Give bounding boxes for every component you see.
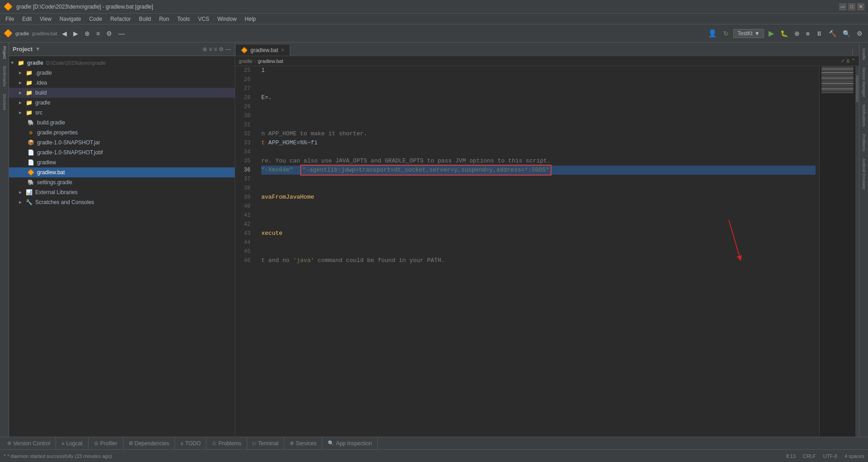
tab-todo[interactable]: ≡ TODO: [175, 437, 207, 450]
idea-label: .idea: [35, 80, 47, 86]
search-everywhere-button[interactable]: ⊕: [83, 29, 92, 38]
list-item[interactable]: 📄 gradle-1.0-SNAPSHOT.jobf: [9, 148, 235, 157]
tree-root[interactable]: ▼ 📁 gradle D:\Code\2023\demo\gradle: [9, 58, 235, 68]
problems-label: Problems: [218, 440, 241, 447]
tab-gradlew-bat[interactable]: 🔶 gradlew.bat ✕: [235, 44, 290, 56]
run-button[interactable]: ▶: [767, 28, 776, 38]
menu-window[interactable]: Window: [214, 15, 241, 23]
encoding[interactable]: UTF-8: [823, 453, 837, 459]
project-panel-icon[interactable]: Project: [2, 44, 7, 61]
gradle-panel-label[interactable]: Gradle: [861, 44, 867, 64]
root-path: D:\Code\2023\demo\gradle: [46, 60, 106, 66]
tab-services[interactable]: ⊕ Services: [284, 437, 322, 450]
run-config-selector[interactable]: TestKt ▼: [733, 29, 764, 38]
build-project-button[interactable]: 🔨: [827, 29, 838, 38]
bookmarks-icon[interactable]: Bookmarks: [2, 64, 7, 88]
list-item[interactable]: 🔶 gradlew.bat: [9, 167, 235, 177]
menu-edit[interactable]: Edit: [19, 15, 35, 23]
structure-icon[interactable]: Structure: [2, 92, 7, 112]
minimize-button[interactable]: —: [839, 3, 846, 10]
list-item[interactable]: ▶ 🔧 Scratches and Consoles: [9, 197, 235, 207]
pause-button[interactable]: ⏸: [814, 29, 824, 38]
line-ending[interactable]: CRLF: [803, 453, 816, 459]
device-manager-label[interactable]: Device Manager: [861, 64, 867, 101]
version-control-icon: ⊕: [7, 440, 11, 446]
close-button[interactable]: ✕: [857, 3, 864, 10]
minimap-line: [821, 92, 854, 93]
list-item[interactable]: ▶ 📁 gradle: [9, 98, 235, 108]
menu-file[interactable]: File: [2, 15, 18, 23]
code-line-46: t and no 'java' command could be found i…: [261, 256, 816, 265]
tab-profiler[interactable]: ◎ Profiler: [89, 437, 123, 450]
menu-run[interactable]: Run: [156, 15, 173, 23]
list-item[interactable]: ▶ 📁 build: [9, 88, 235, 98]
editor-content[interactable]: 25 26 27 28 29 30 31 32 33 34 35 36 37 3…: [235, 66, 859, 437]
menu-view[interactable]: View: [36, 15, 55, 23]
avatar-button[interactable]: 👤: [706, 28, 719, 38]
editor-scrollbar[interactable]: [855, 66, 859, 437]
hide-panel-button[interactable]: —: [226, 46, 231, 52]
root-label: gradle: [27, 60, 43, 66]
list-item[interactable]: ⚙ gradle.properties: [9, 128, 235, 138]
settings-button[interactable]: ⚙: [855, 29, 864, 38]
tab-app-inspection[interactable]: 🔍 App Inspection: [322, 437, 377, 450]
menu-vcs[interactable]: VCS: [194, 15, 213, 23]
hide-button[interactable]: —: [117, 29, 127, 38]
android-emulator-label[interactable]: Android Emulator: [861, 155, 867, 194]
list-item[interactable]: 🐘 settings.gradle: [9, 177, 235, 187]
expand-all-button[interactable]: ≡: [214, 46, 217, 52]
forward-button[interactable]: ▶: [71, 29, 80, 38]
cursor-position[interactable]: 8:13: [786, 453, 796, 459]
minimap-line: [821, 74, 854, 75]
collapse-all-button[interactable]: ≡: [209, 46, 212, 52]
indent-info[interactable]: 4 spaces: [844, 453, 864, 459]
menu-refactor[interactable]: Refactor: [107, 15, 134, 23]
list-item[interactable]: 📦 gradle-1.0-SNAPSHOT.jar: [9, 138, 235, 148]
minimap-line: [821, 88, 854, 90]
minimap: [819, 66, 855, 437]
tab-close-button[interactable]: ✕: [281, 48, 284, 52]
tab-terminal[interactable]: ▷ Terminal: [247, 437, 284, 450]
collapse-button[interactable]: ≡: [94, 29, 102, 38]
list-item[interactable]: ▶ 📁 src: [9, 108, 235, 118]
problems-right-label[interactable]: Problems: [861, 130, 867, 155]
tab-logcat[interactable]: ≡ Logcat: [56, 437, 88, 450]
folds-expand[interactable]: ⌃: [851, 58, 855, 64]
line-num-31: 31: [235, 120, 254, 129]
menu-code[interactable]: Code: [85, 15, 106, 23]
code-line-32: n APP_HOME to make it shorter.: [261, 129, 816, 138]
list-item[interactable]: 🐘 build.gradle: [9, 118, 235, 128]
panel-settings-button[interactable]: ⚙: [219, 46, 224, 52]
tab-label: gradlew.bat: [250, 47, 278, 53]
list-item[interactable]: ▶ 📁 .idea: [9, 78, 235, 88]
maximize-button[interactable]: □: [848, 3, 855, 10]
search-button[interactable]: 🔍: [841, 29, 852, 38]
minimap-line: [821, 67, 854, 68]
list-item[interactable]: 📄 gradlew: [9, 157, 235, 167]
list-item[interactable]: ▶ 📊 External Libraries: [9, 187, 235, 197]
tab-problems[interactable]: ⚠ Problems: [207, 437, 247, 450]
locate-file-button[interactable]: ⊕: [203, 46, 207, 52]
file-name-toolbar: gradlew.bat: [32, 31, 57, 36]
project-icon: 🔶: [4, 29, 13, 38]
menu-navigate[interactable]: Navigate: [56, 15, 85, 23]
tab-version-control[interactable]: ⊕ Version Control: [2, 437, 56, 450]
back-button[interactable]: ◀: [60, 29, 69, 38]
run-with-coverage-button[interactable]: ⊕: [793, 29, 802, 38]
vcs-update-button[interactable]: ↻: [722, 29, 731, 38]
notifications-label[interactable]: Notifications: [861, 101, 867, 130]
menu-build[interactable]: Build: [135, 15, 155, 23]
code-token: avaFromJavaHome: [261, 193, 314, 202]
code-area[interactable]: l E=. n APP_HOME to make it shorter. t A…: [258, 66, 819, 437]
menu-help[interactable]: Help: [241, 15, 259, 23]
scrollbar-thumb[interactable]: [856, 75, 859, 102]
menu-tools[interactable]: Tools: [174, 15, 193, 23]
debug-button[interactable]: 🐛: [778, 29, 790, 38]
code-token: APP_HOME=%%~fi: [269, 138, 318, 148]
stop-button[interactable]: ■: [804, 29, 811, 38]
editor-menu-button[interactable]: ⋮: [850, 49, 855, 56]
title-bar-controls[interactable]: — □ ✕: [839, 3, 864, 10]
settings-project-button[interactable]: ⚙: [104, 29, 114, 38]
list-item[interactable]: ▶ 📁 .gradle: [9, 68, 235, 78]
tab-dependencies[interactable]: ⊞ Dependencies: [123, 437, 175, 450]
